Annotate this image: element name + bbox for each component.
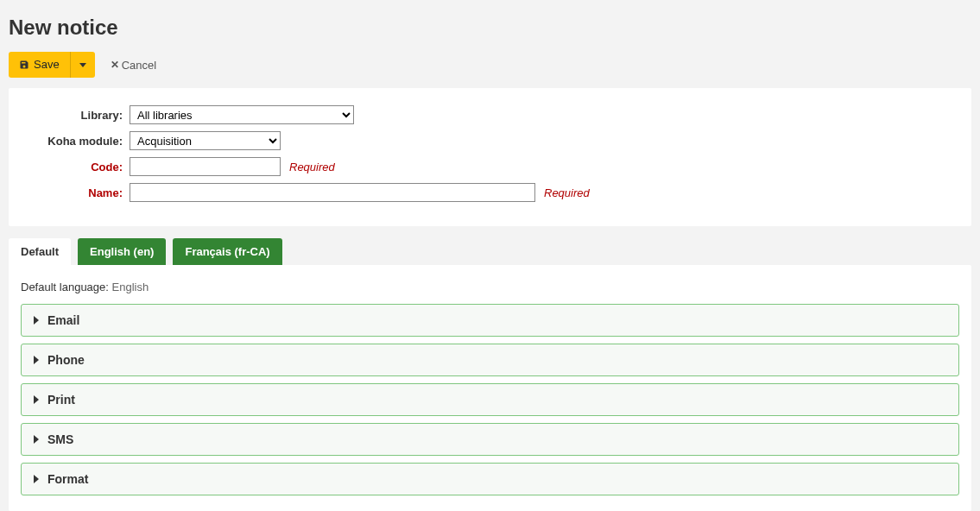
default-language-line: Default language: English — [21, 281, 959, 293]
section-format[interactable]: Format — [21, 463, 959, 495]
module-select[interactable]: Acquisition — [130, 131, 281, 150]
section-phone[interactable]: Phone — [21, 344, 959, 376]
caret-right-icon — [34, 435, 39, 444]
section-title: Email — [47, 313, 79, 327]
caret-right-icon — [34, 475, 39, 483]
tab-english[interactable]: English (en) — [78, 238, 166, 265]
section-email[interactable]: Email — [21, 304, 959, 337]
caret-right-icon — [34, 356, 39, 364]
form-panel: Library: All libraries Koha module: Acqu… — [9, 88, 971, 226]
code-label: Code: — [26, 161, 130, 173]
default-language-value: English — [112, 281, 149, 293]
page-title: New notice — [9, 16, 971, 40]
cancel-button[interactable]: ✕ Cancel — [104, 54, 163, 77]
section-sms[interactable]: SMS — [21, 423, 959, 456]
library-select[interactable]: All libraries — [130, 105, 354, 124]
caret-right-icon — [34, 316, 39, 325]
cancel-button-label: Cancel — [122, 59, 156, 72]
save-icon — [19, 60, 29, 70]
tab-panel-default: Default language: English Email Phone Pr… — [9, 265, 971, 511]
save-button[interactable]: Save — [9, 52, 70, 78]
save-button-label: Save — [34, 57, 60, 73]
tab-default[interactable]: Default — [9, 238, 71, 265]
close-icon: ✕ — [111, 59, 119, 71]
caret-right-icon — [34, 395, 39, 404]
section-print[interactable]: Print — [21, 383, 959, 416]
tab-francais[interactable]: Français (fr-CA) — [173, 238, 281, 265]
library-label: Library: — [26, 109, 130, 122]
code-required-text: Required — [289, 161, 335, 173]
default-language-label: Default language: — [21, 281, 109, 293]
section-title: SMS — [47, 432, 73, 446]
language-tabs: Default English (en) Français (fr-CA) — [9, 238, 971, 265]
name-label: Name: — [26, 186, 130, 199]
name-input[interactable] — [130, 183, 535, 202]
section-title: Format — [47, 472, 88, 486]
module-label: Koha module: — [26, 135, 130, 148]
section-title: Phone — [47, 353, 85, 367]
name-required-text: Required — [544, 186, 590, 199]
toolbar: Save ✕ Cancel — [9, 52, 971, 78]
section-title: Print — [47, 393, 75, 407]
caret-down-icon — [79, 63, 86, 67]
code-input[interactable] — [130, 157, 281, 176]
save-button-group: Save — [9, 52, 95, 78]
save-dropdown-toggle[interactable] — [70, 52, 95, 78]
